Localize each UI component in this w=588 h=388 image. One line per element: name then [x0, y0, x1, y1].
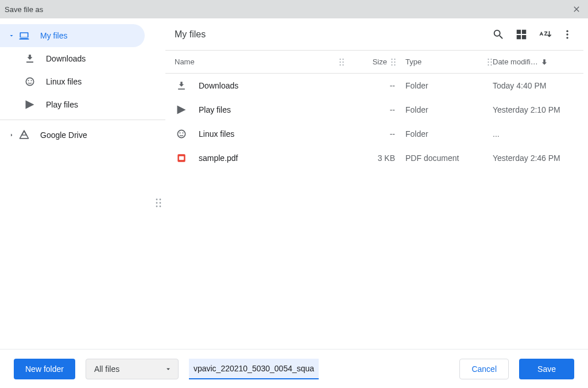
svg-point-31: [180, 132, 181, 133]
sidebar-resize-handle[interactable]: [155, 198, 162, 208]
svg-point-14: [339, 61, 341, 62]
table-row[interactable]: Play files -- Folder Yesterday 2:10 PM: [165, 98, 583, 122]
drive-icon: [17, 128, 31, 142]
file-list: Downloads -- Folder Today 4:40 PM Play f…: [165, 74, 583, 349]
sidebar-item-downloads[interactable]: Downloads: [0, 47, 165, 70]
svg-point-20: [391, 61, 392, 62]
sidebar-item-google-drive[interactable]: Google Drive: [0, 124, 165, 147]
column-grip-icon[interactable]: [390, 58, 396, 66]
play-icon: [175, 103, 188, 117]
play-icon: [23, 98, 37, 112]
close-button[interactable]: [570, 2, 583, 16]
more-vert-icon: [562, 29, 573, 40]
svg-point-21: [394, 61, 395, 62]
column-header-type[interactable]: Type: [401, 57, 493, 66]
search-button[interactable]: [487, 23, 510, 46]
linux-icon: [175, 127, 188, 141]
svg-point-11: [566, 37, 568, 39]
file-type-selected: All files: [94, 364, 119, 374]
column-header-date[interactable]: Date modifi…: [493, 57, 579, 66]
table-row[interactable]: Linux files -- Folder ...: [165, 122, 583, 146]
sidebar-item-play-files[interactable]: Play files: [0, 93, 165, 116]
file-size: 3 KB: [349, 153, 401, 163]
chevron-down-icon: [164, 365, 172, 373]
save-button[interactable]: Save: [519, 359, 574, 379]
svg-point-8: [160, 206, 161, 208]
file-name: Linux files: [199, 129, 349, 139]
table-row[interactable]: Downloads -- Folder Today 4:40 PM: [165, 74, 583, 98]
svg-point-27: [490, 61, 492, 62]
svg-point-3: [156, 199, 158, 201]
file-type: Folder: [401, 105, 493, 114]
titlebar: Save file as: [0, 0, 588, 18]
chevron-down-icon: [6, 32, 17, 39]
sort-button[interactable]: [533, 23, 556, 46]
laptop-icon: [17, 29, 31, 43]
svg-point-26: [488, 61, 489, 62]
svg-point-29: [490, 64, 492, 65]
svg-point-23: [394, 64, 395, 65]
column-header-size[interactable]: Size: [349, 57, 401, 66]
view-toggle-button[interactable]: [510, 23, 533, 46]
location-title: My files: [175, 29, 487, 40]
sidebar-item-label: Linux files: [46, 77, 82, 86]
svg-point-28: [488, 64, 489, 65]
file-name: sample.pdf: [199, 153, 349, 163]
sort-az-icon: [537, 28, 551, 41]
column-grip-icon[interactable]: [339, 58, 345, 66]
sidebar-item-linux-files[interactable]: Linux files: [0, 70, 165, 93]
column-header-name[interactable]: Name: [175, 57, 349, 66]
filename-input[interactable]: [189, 359, 319, 379]
file-type: Folder: [401, 81, 493, 90]
more-options-button[interactable]: [556, 23, 579, 46]
sort-desc-icon: [540, 58, 548, 66]
svg-rect-34: [179, 156, 184, 160]
svg-point-9: [566, 30, 568, 32]
window-title: Save file as: [5, 5, 43, 14]
download-icon: [175, 79, 188, 93]
svg-point-5: [156, 202, 158, 204]
file-size: --: [349, 81, 401, 90]
svg-point-13: [342, 58, 343, 59]
file-type-select[interactable]: All files: [86, 359, 179, 379]
sidebar-item-my-files[interactable]: My files: [0, 24, 145, 47]
main-pane: My files Name: [165, 18, 588, 349]
search-icon: [492, 28, 505, 41]
main-header: My files: [165, 18, 583, 51]
column-grip-icon[interactable]: [487, 58, 493, 66]
svg-point-2: [31, 80, 32, 81]
svg-point-6: [160, 202, 161, 204]
table-header: Name Size Type Date modifi…: [165, 51, 583, 74]
sidebar-item-label: Google Drive: [40, 130, 87, 140]
file-date: ...: [493, 129, 579, 139]
table-row[interactable]: sample.pdf 3 KB PDF document Yesterday 2…: [165, 146, 583, 170]
download-icon: [23, 52, 37, 66]
svg-point-22: [391, 64, 392, 65]
svg-point-18: [391, 58, 392, 59]
file-date: Yesterday 2:10 PM: [493, 105, 579, 114]
new-folder-button[interactable]: New folder: [14, 359, 75, 379]
file-size: --: [349, 105, 401, 114]
svg-point-15: [342, 61, 343, 62]
svg-point-32: [183, 132, 184, 133]
linux-icon: [23, 75, 37, 89]
svg-point-30: [177, 130, 185, 137]
sidebar: My files Downloads Linux files Play file…: [0, 18, 165, 349]
svg-point-7: [156, 206, 158, 208]
svg-point-4: [160, 199, 161, 201]
chevron-right-icon: [6, 132, 17, 139]
file-name: Downloads: [199, 81, 349, 90]
grid-icon: [515, 28, 528, 41]
sidebar-item-label: Downloads: [46, 54, 86, 63]
file-type: Folder: [401, 129, 493, 139]
svg-point-24: [488, 58, 489, 59]
file-name: Play files: [199, 105, 349, 114]
file-size: --: [349, 129, 401, 139]
sidebar-divider: [0, 120, 165, 120]
svg-point-25: [490, 58, 492, 59]
file-date: Today 4:40 PM: [493, 81, 579, 90]
close-icon: [572, 5, 581, 14]
svg-point-0: [26, 78, 33, 85]
cancel-button[interactable]: Cancel: [459, 359, 509, 379]
file-type: PDF document: [401, 153, 493, 163]
